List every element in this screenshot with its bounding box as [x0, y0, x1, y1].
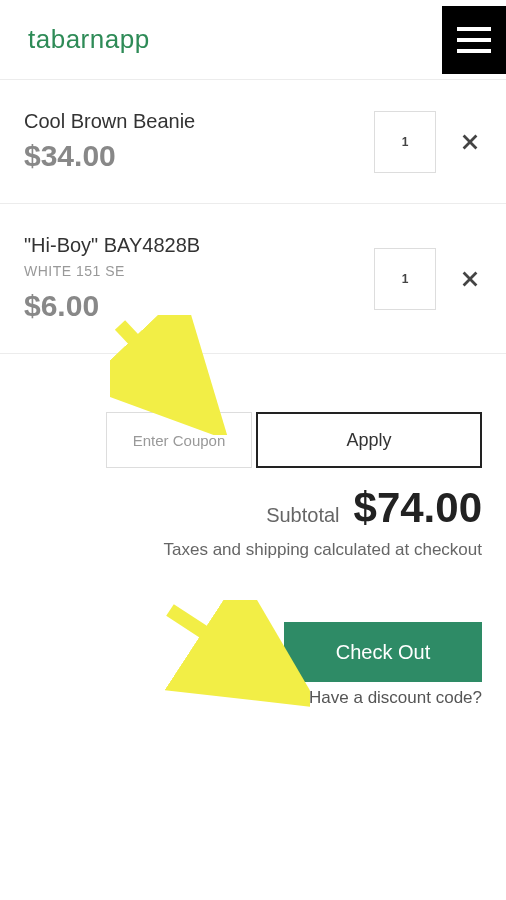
close-icon: [459, 268, 481, 290]
tax-note: Taxes and shipping calculated at checkou…: [0, 532, 506, 560]
subtotal-amount: $74.00: [354, 484, 482, 532]
remove-button[interactable]: [458, 267, 482, 291]
item-name: Cool Brown Beanie: [24, 110, 374, 133]
hamburger-line: [457, 27, 491, 31]
item-name: "Hi-Boy" BAY4828B: [24, 234, 374, 257]
hamburger-line: [457, 38, 491, 42]
subtotal-label: Subtotal: [266, 504, 339, 527]
apply-button[interactable]: Apply: [256, 412, 482, 468]
hamburger-line: [457, 49, 491, 53]
item-price: $6.00: [24, 289, 374, 323]
close-icon: [459, 131, 481, 153]
discount-link[interactable]: Have a discount code?: [0, 682, 506, 708]
quantity-input[interactable]: 1: [374, 111, 436, 173]
item-info: "Hi-Boy" BAY4828B WHITE 151 SE $6.00: [24, 234, 374, 323]
menu-button[interactable]: [442, 6, 506, 74]
refresh-button[interactable]: [208, 625, 262, 679]
item-variant: WHITE 151 SE: [24, 263, 374, 279]
checkout-button[interactable]: Check Out: [284, 622, 482, 682]
item-info: Cool Brown Beanie $34.00: [24, 110, 374, 173]
cart-item: "Hi-Boy" BAY4828B WHITE 151 SE $6.00 1: [0, 204, 506, 354]
remove-button[interactable]: [458, 130, 482, 154]
cart-item: Cool Brown Beanie $34.00 1: [0, 80, 506, 204]
refresh-icon: [220, 637, 250, 667]
brand-logo[interactable]: tabarnapp: [0, 0, 178, 79]
item-price: $34.00: [24, 139, 374, 173]
coupon-input[interactable]: [106, 412, 252, 468]
quantity-input[interactable]: 1: [374, 248, 436, 310]
